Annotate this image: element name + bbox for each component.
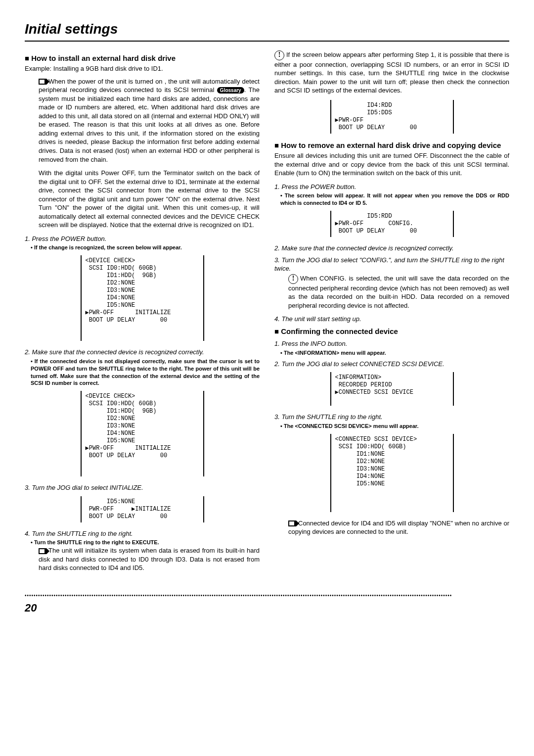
heading-remove: How to remove an external hard disk driv… <box>274 141 509 150</box>
p1b: . The system must be initialized each ti… <box>39 86 260 163</box>
step-1-bullet: If the change is recognized, the screen … <box>31 244 260 251</box>
warning-icon: ! <box>274 50 284 60</box>
install-paragraph-3: The unit will initialize its system when… <box>39 546 260 572</box>
footer-dots: ••••••••••••••••••••••••••••••••••••••••… <box>25 592 509 599</box>
step-4: 4. Turn the SHUTTLE ring to the right. <box>25 529 260 538</box>
install-paragraph-1: When the power of the unit is turned on … <box>39 77 260 164</box>
note-icon <box>288 520 296 526</box>
screen-device-check-1: <DEVICE CHECK> SCSI ID0:HDD( 60GB) ID1:H… <box>81 255 204 341</box>
screen-rdd-dds: ID4:RDD ID5:DDS ▶PWR-OFF BOOT UP DELAY 0… <box>330 100 454 134</box>
screen-device-check-2: <DEVICE CHECK> SCSI ID0:HDD( 60GB) ID1:H… <box>81 391 204 476</box>
note-icon <box>39 79 46 85</box>
step-1: 1. Press the POWER button. <box>25 235 260 243</box>
example-text: Example: Installing a 9GB hard disk driv… <box>25 64 260 73</box>
right-column: !If the screen below appears after perfo… <box>274 50 509 577</box>
confirm-step-1: 1. Press the INFO button. <box>274 339 509 348</box>
confirm-step-2: 2. Turn the JOG dial to select CONNECTED… <box>274 360 509 369</box>
page-number: 20 <box>25 601 509 615</box>
step-2: 2. Make sure that the connected device i… <box>25 348 260 357</box>
warning-paragraph-1: !If the screen below appears after perfo… <box>274 50 509 95</box>
screen-connected-scsi: <CONNECTED SCSI DEVICE> SCSI ID0:HDD( 60… <box>330 434 454 512</box>
left-column: How to install an external hard disk dri… <box>25 50 260 577</box>
heading-install: How to install an external hard disk dri… <box>25 53 260 63</box>
remove-paragraph: Ensure all devices including this unit a… <box>274 151 509 178</box>
rp1: If the screen below appears after perfor… <box>274 51 509 94</box>
step-4-bullet: Turn the SHUTTLE ring to the right to EX… <box>31 539 260 546</box>
note-icon <box>39 548 46 554</box>
screen-initialize: ID5:NONE PWR-OFF ▶INITIALIZE BOOT UP DEL… <box>81 496 204 522</box>
remove-step-1-bullet: The screen below will appear. It will no… <box>280 192 509 207</box>
screen-information: <INFORMATION> RECORDED PERIOD ▶CONNECTED… <box>330 372 454 406</box>
step-2-bullet: If the connected device is not displayed… <box>31 358 260 387</box>
page-title: Initial settings <box>25 20 509 42</box>
confirm-step-1-bullet: The <INFORMATION> menu will appear. <box>280 349 509 357</box>
rp3: When CONFIG. is selected, the unit will … <box>288 275 509 309</box>
glossary-pill: Glossary <box>217 87 244 94</box>
rp4: Connected device for ID4 and ID5 will di… <box>288 520 509 536</box>
confirm-step-3-bullet: The <CONNECTED SCSI DEVICE> menu will ap… <box>280 423 509 430</box>
warning-icon: ! <box>288 274 298 284</box>
note-id4-id5: Connected device for ID4 and ID5 will di… <box>288 519 509 536</box>
install-paragraph-2: With the digital units Power OFF, turn t… <box>39 169 260 230</box>
remove-step-2: 2. Make sure that the connected device i… <box>274 244 509 253</box>
screen-config: ID5:RDD ▶PWR-OFF CONFIG. BOOT UP DELAY 0… <box>330 211 454 237</box>
step-3: 3. Turn the JOG dial to select INITIALIZ… <box>25 483 260 492</box>
confirm-step-3: 3. Turn the SHUTTLE ring to the right. <box>274 413 509 422</box>
remove-step-1: 1. Press the POWER button. <box>274 183 509 191</box>
heading-confirm: Confirming the connected device <box>274 327 509 336</box>
remove-step-3: 3. Turn the JOG dial to select "CONFIG."… <box>274 256 509 273</box>
config-paragraph: !When CONFIG. is selected, the unit will… <box>288 274 509 310</box>
p3: The unit will initialize its system when… <box>39 547 260 571</box>
remove-step-4: 4. The unit will start setting up. <box>274 315 509 324</box>
